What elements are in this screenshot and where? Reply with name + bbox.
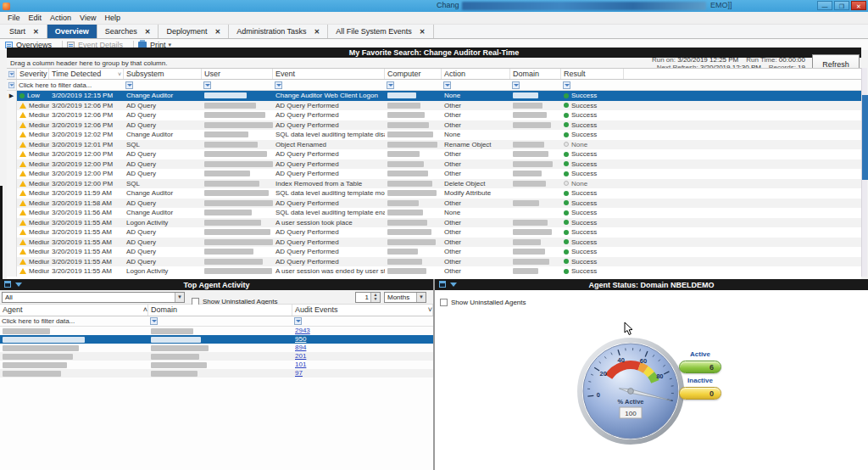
funnel-icon[interactable] [512, 81, 520, 89]
agent-row[interactable]: 101 [0, 361, 433, 369]
funnel-icon[interactable] [563, 81, 570, 89]
event-row[interactable]: Medium3/20/2019 11:55 AMLogon ActivityA … [7, 218, 861, 228]
filter-cell[interactable] [385, 80, 442, 90]
period-spinner[interactable]: 1 ▲▼ [355, 292, 381, 303]
filter-cell[interactable] [202, 80, 273, 90]
funnel-icon[interactable] [387, 81, 394, 89]
window-icon[interactable] [439, 281, 446, 288]
agent-scope-select[interactable]: All ▼ [2, 292, 185, 303]
events-grid-filter-row[interactable]: Click here to filter data... [7, 80, 861, 91]
event-row[interactable]: Medium3/20/2019 11:55 AMAD QueryAD Query… [7, 247, 861, 257]
filter-cell[interactable] [292, 316, 433, 326]
funnel-icon[interactable] [294, 317, 302, 325]
column-header-computer[interactable]: Computer [385, 69, 442, 79]
spinner-arrows-icon[interactable]: ▲▼ [370, 293, 380, 302]
agent-column-header-agent[interactable]: Agent˄ [0, 305, 148, 316]
chevron-down-icon[interactable]: ▼ [416, 293, 426, 302]
events-grid-scrollbar[interactable] [861, 68, 867, 277]
filter-cell[interactable] [561, 80, 624, 90]
column-header-domain[interactable]: Domain [510, 69, 561, 79]
event-row[interactable]: Medium3/20/2019 12:00 PMAD QueryAD Query… [7, 169, 861, 179]
column-menu-caret-icon[interactable]: ˅ [428, 305, 432, 316]
audit-events-link[interactable]: 201 [295, 352, 306, 361]
event-row[interactable]: Medium3/20/2019 11:59 AMChange AuditorSQ… [7, 188, 861, 199]
event-row[interactable]: Medium3/20/2019 12:02 PMChange AuditorSQ… [7, 130, 861, 140]
column-header-time-detected[interactable]: Time Detected˅ [49, 69, 124, 79]
agent-column-header-domain[interactable]: Domain [148, 305, 292, 316]
tab-close-icon[interactable]: ✕ [145, 28, 151, 36]
tab-close-icon[interactable]: ✕ [215, 28, 221, 36]
window-icon[interactable] [4, 281, 11, 288]
active-count-pill[interactable]: 6 [679, 361, 721, 373]
agent-filter-hint-cell[interactable]: Click here to filter data... [0, 316, 148, 326]
funnel-icon[interactable] [125, 81, 133, 89]
event-row[interactable]: ▶Low3/20/2019 12:15 PMChange AuditorChan… [7, 91, 861, 101]
filter-funnel-icon[interactable] [450, 283, 457, 287]
event-row[interactable]: Medium3/20/2019 12:01 PMSQLObject Rename… [7, 140, 861, 150]
column-header-severity[interactable]: Severity [17, 69, 49, 79]
minimize-button[interactable]: — [817, 1, 832, 10]
funnel-icon[interactable] [150, 317, 158, 325]
column-header-event[interactable]: Event [273, 69, 385, 79]
column-header-subsystem[interactable]: Subsystem [124, 69, 202, 79]
filter-funnel-icon[interactable] [15, 283, 22, 287]
agent-row[interactable]: 2943 [0, 327, 433, 335]
event-row[interactable]: Medium3/20/2019 11:56 AMChange AuditorSQ… [7, 208, 861, 218]
agent-grid-filter-row[interactable]: Click here to filter data... [0, 316, 433, 327]
tab-searches[interactable]: Searches✕ [97, 25, 159, 38]
menu-item-edit[interactable]: Edit [25, 14, 47, 22]
inactive-count-pill[interactable]: 0 [679, 387, 721, 400]
filter-cell[interactable] [510, 80, 561, 90]
tab-all-file-system-events[interactable]: All File System Events✕ [328, 25, 433, 38]
filter-cell[interactable] [148, 316, 292, 326]
menu-item-view[interactable]: View [75, 14, 100, 22]
column-header-user[interactable]: User [202, 69, 273, 79]
event-row[interactable]: Medium3/20/2019 11:55 AMAD QueryAD Query… [7, 238, 861, 248]
event-row[interactable]: Medium3/20/2019 12:00 PMSQLIndex Removed… [7, 179, 861, 189]
filter-cell[interactable] [442, 80, 510, 90]
funnel-icon[interactable] [8, 81, 14, 87]
event-row[interactable]: Medium3/20/2019 12:06 PMAD QueryAD Query… [7, 101, 861, 111]
event-row[interactable]: Medium3/20/2019 12:00 PMAD QueryAD Query… [7, 159, 861, 170]
menu-item-action[interactable]: Action [46, 14, 75, 22]
filter-cell[interactable] [124, 80, 202, 90]
column-header-action[interactable]: Action [442, 69, 510, 79]
funnel-icon[interactable] [275, 81, 282, 89]
chevron-down-icon[interactable]: ▼ [175, 293, 184, 302]
event-row[interactable]: Medium3/20/2019 11:58 AMAD QueryAD Query… [7, 199, 861, 209]
event-row[interactable]: Medium3/20/2019 11:55 AMAD QueryAD Query… [7, 227, 861, 238]
grid-options-icon[interactable] [8, 70, 14, 76]
audit-events-link[interactable]: 97 [295, 369, 303, 378]
tab-overview[interactable]: Overview [47, 25, 97, 38]
audit-events-link[interactable]: 2943 [295, 327, 310, 335]
agent-row[interactable]: 201 [0, 352, 433, 361]
audit-events-link[interactable]: 101 [295, 361, 306, 369]
tab-deployment[interactable]: Deployment✕ [159, 25, 229, 38]
event-row[interactable]: Medium3/20/2019 12:00 PMAD QueryAD Query… [7, 149, 861, 159]
tab-close-icon[interactable]: ✕ [33, 28, 39, 36]
agent-row[interactable]: 950 [0, 335, 433, 344]
agent-column-header-audit-events[interactable]: Audit Events˅ [292, 305, 433, 316]
tab-close-icon[interactable]: ✕ [314, 28, 320, 36]
tab-administration-tasks[interactable]: Administration Tasks✕ [229, 25, 328, 38]
agent-row[interactable]: 894 [0, 344, 433, 352]
menu-item-help[interactable]: Help [100, 14, 125, 22]
column-header-result[interactable]: Result [561, 69, 624, 79]
event-row[interactable]: Medium3/20/2019 12:06 PMAD QueryAD Query… [7, 120, 861, 131]
event-row[interactable]: Medium3/20/2019 11:55 AMAD QueryAD Query… [7, 257, 861, 267]
scrollbar-thumb[interactable] [862, 95, 868, 180]
tab-close-icon[interactable]: ✕ [420, 28, 426, 36]
menu-item-file[interactable]: File [3, 14, 25, 22]
filter-hint-cell[interactable]: Click here to filter data... [17, 80, 124, 90]
event-row[interactable]: Medium3/20/2019 11:55 AMLogon ActivityA … [7, 266, 861, 277]
agent-row[interactable]: 97 [0, 369, 433, 378]
funnel-icon[interactable] [443, 81, 451, 89]
funnel-icon[interactable] [203, 81, 211, 89]
close-button[interactable]: ✕ [851, 1, 866, 10]
audit-events-link[interactable]: 950 [295, 335, 306, 344]
audit-events-link[interactable]: 894 [295, 344, 306, 352]
tab-start[interactable]: Start✕ [2, 25, 47, 38]
maximize-button[interactable]: ❐ [834, 1, 849, 10]
filter-cell[interactable] [273, 80, 385, 90]
period-unit-select[interactable]: Months ▼ [384, 292, 426, 303]
